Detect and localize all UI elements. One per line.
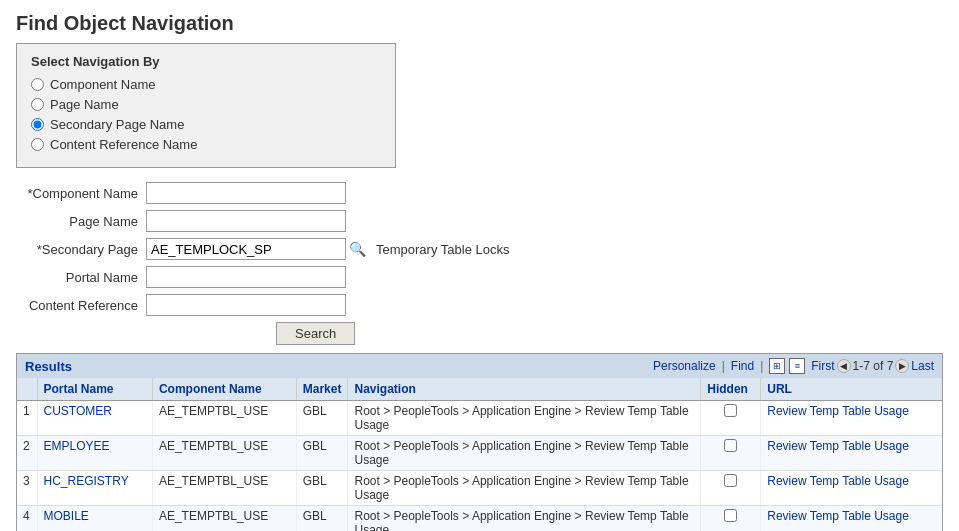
secondary-page-note: Temporary Table Locks [376, 242, 509, 257]
col-header-hidden: Hidden [701, 378, 761, 401]
cell-market-3: GBL [296, 506, 348, 532]
page-name-input[interactable] [146, 210, 346, 232]
secondary-page-label: *Secondary Page [16, 242, 146, 257]
cell-component-0: AE_TEMPTBL_USE [152, 401, 296, 436]
results-header: Results Personalize | Find | ⊞ ≡ First ◀… [17, 354, 942, 378]
cell-component-1: AE_TEMPTBL_USE [152, 436, 296, 471]
content-reference-label: Content Reference [16, 298, 146, 313]
search-button[interactable]: Search [276, 322, 355, 345]
cell-num-1: 2 [17, 436, 37, 471]
table-row: 3 HC_REGISTRY AE_TEMPTBL_USE GBL Root > … [17, 471, 942, 506]
results-toolbar: Personalize | Find | ⊞ ≡ [653, 358, 805, 374]
cell-num-2: 3 [17, 471, 37, 506]
cell-hidden-3[interactable] [701, 506, 761, 532]
hidden-checkbox-0[interactable] [724, 404, 737, 417]
radio-secondary[interactable] [31, 118, 44, 131]
cell-hidden-2[interactable] [701, 471, 761, 506]
radio-page-label: Page Name [50, 97, 119, 112]
table-header-row: Portal Name Component Name Market Naviga… [17, 378, 942, 401]
cell-portal-3: MOBILE [37, 506, 152, 532]
results-section: Results Personalize | Find | ⊞ ≡ First ◀… [16, 353, 943, 531]
hidden-checkbox-1[interactable] [724, 439, 737, 452]
grid-icon[interactable]: ⊞ [769, 358, 785, 374]
col-header-navigation: Navigation [348, 378, 701, 401]
cell-hidden-0[interactable] [701, 401, 761, 436]
content-reference-input[interactable] [146, 294, 346, 316]
cell-nav-2: Root > PeopleTools > Application Engine … [348, 471, 701, 506]
search-button-wrap: Search [146, 322, 943, 345]
col-header-url: URL [761, 378, 942, 401]
first-link[interactable]: First [811, 359, 834, 373]
hidden-checkbox-3[interactable] [724, 509, 737, 522]
secondary-page-row: *Secondary Page 🔍 Temporary Table Locks [16, 238, 943, 260]
url-link-3[interactable]: Review Temp Table Usage [767, 509, 909, 523]
url-link-1[interactable]: Review Temp Table Usage [767, 439, 909, 453]
cell-nav-0: Root > PeopleTools > Application Engine … [348, 401, 701, 436]
cell-market-0: GBL [296, 401, 348, 436]
cell-portal-1: EMPLOYEE [37, 436, 152, 471]
pagination: First ◀ 1-7 of 7 ▶ Last [811, 359, 934, 373]
page-title: Find Object Navigation [0, 0, 959, 43]
cell-market-2: GBL [296, 471, 348, 506]
radio-component-row: Component Name [31, 77, 381, 92]
cell-component-3: AE_TEMPTBL_USE [152, 506, 296, 532]
cell-portal-0: CUSTOMER [37, 401, 152, 436]
table-row: 2 EMPLOYEE AE_TEMPTBL_USE GBL Root > Peo… [17, 436, 942, 471]
col-header-market: Market [296, 378, 348, 401]
table-icon[interactable]: ≡ [789, 358, 805, 374]
url-link-0[interactable]: Review Temp Table Usage [767, 404, 909, 418]
cell-url-3[interactable]: Review Temp Table Usage [761, 506, 942, 532]
cell-portal-2: HC_REGISTRY [37, 471, 152, 506]
find-link[interactable]: Find [731, 359, 754, 373]
cell-num-3: 4 [17, 506, 37, 532]
nav-select-title: Select Navigation By [31, 54, 381, 69]
portal-name-row: Portal Name [16, 266, 943, 288]
component-name-input[interactable] [146, 182, 346, 204]
col-header-portal: Portal Name [37, 378, 152, 401]
page-name-row: Page Name [16, 210, 943, 232]
cell-hidden-1[interactable] [701, 436, 761, 471]
content-reference-row: Content Reference [16, 294, 943, 316]
cell-component-2: AE_TEMPTBL_USE [152, 471, 296, 506]
radio-content-row: Content Reference Name [31, 137, 381, 152]
prev-arrow[interactable]: ◀ [837, 359, 851, 373]
results-title: Results [25, 359, 72, 374]
url-link-2[interactable]: Review Temp Table Usage [767, 474, 909, 488]
radio-secondary-label: Secondary Page Name [50, 117, 184, 132]
portal-name-input[interactable] [146, 266, 346, 288]
table-row: 1 CUSTOMER AE_TEMPTBL_USE GBL Root > Peo… [17, 401, 942, 436]
portal-name-label: Portal Name [16, 270, 146, 285]
radio-page[interactable] [31, 98, 44, 111]
cell-url-0[interactable]: Review Temp Table Usage [761, 401, 942, 436]
radio-page-row: Page Name [31, 97, 381, 112]
cell-num-0: 1 [17, 401, 37, 436]
table-row: 4 MOBILE AE_TEMPTBL_USE GBL Root > Peopl… [17, 506, 942, 532]
pagination-range: 1-7 of 7 [853, 359, 894, 373]
results-table: Portal Name Component Name Market Naviga… [17, 378, 942, 531]
secondary-page-lookup-icon[interactable]: 🔍 [349, 241, 366, 257]
hidden-checkbox-2[interactable] [724, 474, 737, 487]
component-name-row: *Component Name [16, 182, 943, 204]
secondary-page-input[interactable] [146, 238, 346, 260]
cell-nav-3: Root > PeopleTools > Application Engine … [348, 506, 701, 532]
col-header-num [17, 378, 37, 401]
fields-area: *Component Name Page Name *Secondary Pag… [16, 182, 943, 316]
radio-secondary-row: Secondary Page Name [31, 117, 381, 132]
col-header-component: Component Name [152, 378, 296, 401]
cell-nav-1: Root > PeopleTools > Application Engine … [348, 436, 701, 471]
radio-component-label: Component Name [50, 77, 156, 92]
radio-component[interactable] [31, 78, 44, 91]
last-link[interactable]: Last [911, 359, 934, 373]
cell-url-1[interactable]: Review Temp Table Usage [761, 436, 942, 471]
radio-content-label: Content Reference Name [50, 137, 197, 152]
page-name-label: Page Name [16, 214, 146, 229]
next-arrow[interactable]: ▶ [895, 359, 909, 373]
component-name-label: *Component Name [16, 186, 146, 201]
cell-url-2[interactable]: Review Temp Table Usage [761, 471, 942, 506]
nav-select-box: Select Navigation By Component Name Page… [16, 43, 396, 168]
radio-content[interactable] [31, 138, 44, 151]
personalize-link[interactable]: Personalize [653, 359, 716, 373]
cell-market-1: GBL [296, 436, 348, 471]
